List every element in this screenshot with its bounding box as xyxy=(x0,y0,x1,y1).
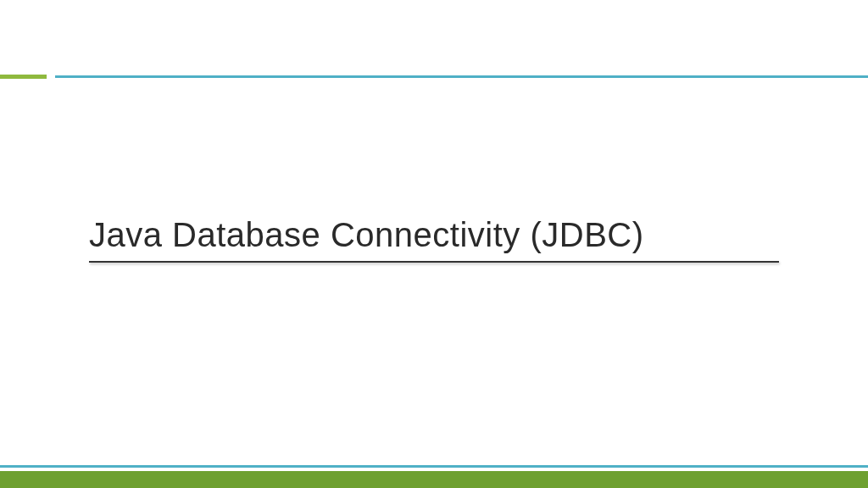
bottom-blue-rule xyxy=(0,465,868,468)
slide-title: Java Database Connectivity (JDBC) xyxy=(89,216,779,261)
bottom-green-bar xyxy=(0,471,868,488)
bottom-decoration xyxy=(0,465,868,488)
top-green-accent xyxy=(0,75,47,79)
top-blue-rule xyxy=(55,75,868,78)
top-decoration xyxy=(0,75,868,79)
title-block: Java Database Connectivity (JDBC) xyxy=(89,216,779,263)
title-underline xyxy=(89,261,779,263)
